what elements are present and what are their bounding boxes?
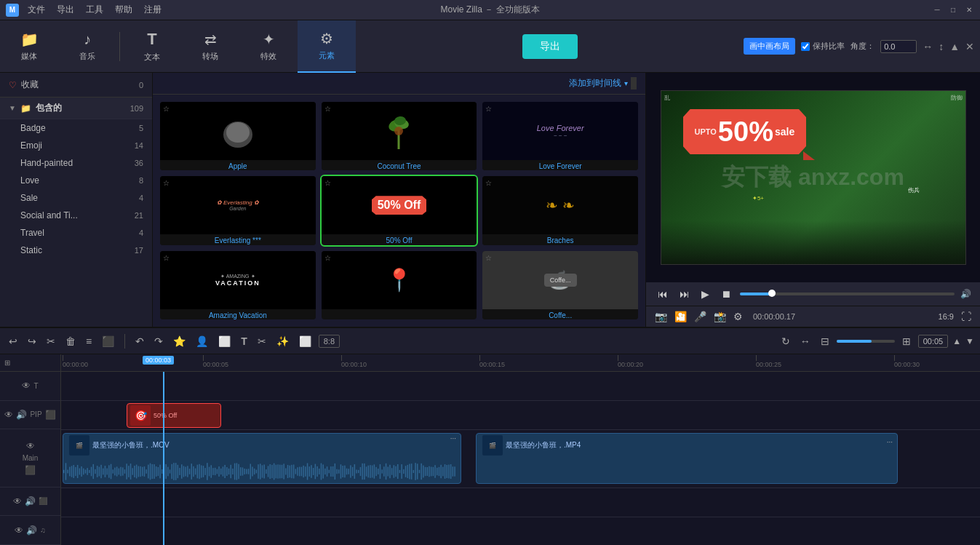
main-clip-1[interactable]: 🎬 最坚强的小鲁班，.MOV ···: [63, 433, 461, 484]
grid-item-coconut[interactable]: ☆ Coconut Tree: [322, 102, 477, 170]
category-emoji[interactable]: Emoji 14: [0, 137, 152, 154]
favorite-button[interactable]: ⭐: [170, 334, 188, 349]
volume-icon[interactable]: 🔊: [960, 289, 971, 299]
fullscreen-button[interactable]: ⛶: [961, 311, 971, 322]
lock-icon-pip[interactable]: 🔊: [16, 410, 27, 420]
snapshot-icon[interactable]: 📷: [655, 311, 667, 322]
menu-tools[interactable]: 工具: [86, 4, 103, 16]
person-button[interactable]: 👤: [193, 334, 211, 349]
panel-favorites[interactable]: ♡ 收藏 0: [0, 73, 152, 98]
fit-button[interactable]: ↔: [797, 334, 813, 349]
category-sale[interactable]: Sale 4: [0, 189, 152, 207]
text-tool-button[interactable]: T: [238, 334, 250, 349]
toolbar-music[interactable]: ♪ 音乐: [58, 20, 116, 73]
grid-item-love[interactable]: ☆ Love Forever ~ ~ ~ Love Forever: [482, 102, 638, 170]
eye-icon-text[interactable]: 👁: [22, 381, 31, 391]
clip-more-icon-2[interactable]: ···: [887, 438, 893, 446]
menu-help[interactable]: 帮助: [115, 4, 132, 16]
menu-register[interactable]: 注册: [144, 4, 162, 16]
category-love[interactable]: Love 8: [0, 172, 152, 189]
menu-file[interactable]: 文件: [28, 4, 45, 16]
flip-h-icon[interactable]: ↔: [923, 41, 933, 52]
keep-ratio-checkbox[interactable]: [801, 42, 810, 51]
toolbar-transition[interactable]: ⇄ 转场: [181, 20, 239, 73]
maximize-button[interactable]: □: [948, 5, 958, 15]
eye-icon-4[interactable]: 👁: [13, 496, 22, 506]
refresh-button[interactable]: ↻: [778, 334, 793, 349]
progress-bar[interactable]: [740, 293, 955, 295]
toolbar-media[interactable]: 📁 媒体: [0, 20, 58, 73]
grid-item-coffee[interactable]: ☆ ☕ Coffe... Coffe...: [482, 251, 638, 319]
menu-export[interactable]: 导出: [57, 4, 74, 16]
close-button[interactable]: ✕: [964, 5, 974, 15]
tl-arrow-up[interactable]: ▲: [952, 336, 961, 346]
minimize-button[interactable]: ─: [932, 5, 942, 15]
main-clip-2[interactable]: 🎬 最坚强的小鲁班，.MP4 ···: [476, 433, 898, 484]
pip-icon-pip[interactable]: ⬛: [45, 410, 56, 420]
play-button[interactable]: ▶: [698, 287, 712, 301]
grid-item-vacation[interactable]: ☆ ✦ AMAZING ✦ VACATION Amazing Vacation: [160, 251, 316, 319]
eye-icon-main[interactable]: 👁: [26, 441, 35, 451]
skip-start-button[interactable]: ⏮: [655, 287, 671, 301]
settings-icon[interactable]: ⚙: [733, 311, 743, 322]
menu-bar[interactable]: 文件 导出 工具 帮助 注册: [28, 4, 162, 16]
camera-icon[interactable]: 📸: [714, 311, 726, 322]
toolbar-text[interactable]: T 文本: [123, 20, 181, 73]
eye-icon-5[interactable]: 👁: [15, 525, 23, 536]
tl-arrow-down[interactable]: ▼: [965, 336, 974, 346]
clip-more-icon-1[interactable]: ···: [450, 434, 456, 442]
video-bg: 乱 防御 ✦5+ 伤兵 UPTO 50% sale: [661, 91, 965, 264]
add-to-timeline-button[interactable]: 添加到时间线 ▾: [569, 77, 628, 89]
scroll-handle[interactable]: [631, 77, 637, 89]
pip-icon[interactable]: 🎦: [674, 311, 687, 322]
main-clip-icon[interactable]: ⬛: [25, 465, 36, 475]
angle-input[interactable]: [880, 40, 917, 53]
stop-button[interactable]: ⏹: [718, 287, 734, 301]
cut-button[interactable]: ✂: [44, 334, 58, 349]
add-track-icon[interactable]: ⊞: [4, 359, 10, 367]
flip-v-icon[interactable]: ↕: [939, 41, 944, 52]
svg-rect-122: [290, 466, 291, 478]
toolbar-effects[interactable]: ✦ 特效: [239, 20, 298, 73]
grid-item-branches[interactable]: ☆ ❧ ❧ Braches: [482, 176, 638, 244]
svg-rect-190: [423, 466, 424, 478]
undo-button[interactable]: ↩: [6, 334, 20, 349]
zoom-slider[interactable]: [837, 340, 895, 343]
eye-icon-pip[interactable]: 👁: [4, 410, 13, 420]
grid-item-50off[interactable]: ☆ 50% Off 50% Off: [322, 176, 477, 244]
rotate-ccw-button[interactable]: ↷: [151, 334, 166, 349]
effect-tool-button[interactable]: ✨: [274, 334, 292, 349]
split-button[interactable]: ⬛: [99, 334, 117, 349]
category-social[interactable]: Social and Ti... 21: [0, 207, 152, 224]
toolbar-elements[interactable]: ⚙ 元素: [298, 20, 356, 73]
delete-button[interactable]: 🗑: [63, 334, 79, 349]
svg-rect-169: [381, 469, 383, 473]
mask-button[interactable]: ⬜: [296, 334, 314, 349]
crop-button[interactable]: ⬜: [215, 334, 234, 349]
mic-icon[interactable]: 🎤: [694, 311, 706, 322]
scissors-button[interactable]: ✂: [255, 334, 269, 349]
panel-included[interactable]: ▼ 📁 包含的 109: [0, 98, 152, 119]
pip-clip[interactable]: 🎯 50% Off: [127, 403, 221, 428]
list-button[interactable]: ≡: [83, 334, 95, 349]
sound-icon-5[interactable]: 🔊: [26, 525, 37, 536]
zoom-out-button[interactable]: ⊟: [818, 334, 832, 349]
prev-frame-button[interactable]: ⏭: [677, 287, 693, 301]
grid-item-apple[interactable]: ☆ Apple: [160, 102, 316, 170]
rotate-cw-button[interactable]: ↶: [132, 334, 147, 349]
category-handpainted[interactable]: Hand-painted 36: [0, 154, 152, 172]
svg-rect-87: [220, 469, 222, 474]
category-badge[interactable]: Badge 5: [0, 119, 152, 137]
grid-item-pin[interactable]: ☆ 📍: [322, 251, 477, 319]
delete-icon[interactable]: ✕: [965, 41, 974, 52]
category-travel[interactable]: Travel 4: [0, 224, 152, 242]
redo-button[interactable]: ↪: [25, 334, 39, 349]
zoom-in-button[interactable]: ⊞: [899, 334, 914, 349]
lock-icon-4[interactable]: 🔊: [25, 496, 36, 506]
grid-item-everlasting[interactable]: ☆ ✿ Everlasting ✿ Garden Everlasting ***: [160, 176, 316, 244]
window-controls[interactable]: ─ □ ✕: [932, 5, 974, 15]
export-button[interactable]: 导出: [522, 34, 578, 59]
progress-thumb[interactable]: [768, 290, 776, 297]
category-static[interactable]: Static 17: [0, 242, 152, 259]
canvas-layout-button[interactable]: 画中画布局: [744, 38, 795, 55]
